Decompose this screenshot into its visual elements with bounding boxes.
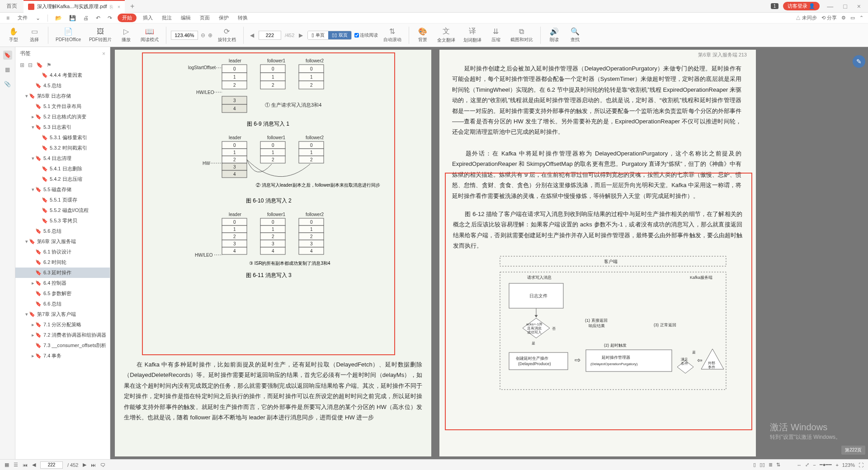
background-button[interactable]: 🎨背景 — [414, 27, 432, 43]
last-page-icon[interactable]: ⏭ — [91, 462, 96, 468]
note-icon[interactable]: 🗨 — [100, 462, 105, 468]
thumbnail-panel-icon[interactable]: ▦ — [3, 65, 12, 74]
close-window-button[interactable]: × — [854, 3, 863, 10]
bookmark-item[interactable]: 🔖5.5.2 磁盘I/O流程 — [15, 205, 110, 216]
prev-page-status-icon[interactable]: ◀ — [32, 462, 36, 468]
bookmark-item[interactable]: ▸🔖7.2 消费者协调器和组协调器 — [15, 330, 110, 340]
page-tab[interactable]: 页面 — [197, 14, 212, 21]
fit-width-icon[interactable]: ↔ — [797, 462, 802, 468]
status-page-input[interactable] — [40, 461, 63, 469]
fit-page-icon[interactable]: ⤢ — [805, 462, 809, 468]
play-button[interactable]: ▷播放 — [117, 27, 135, 43]
home-tab[interactable]: 首页 — [0, 2, 24, 10]
read-aloud-button[interactable]: 🔊朗读 — [545, 27, 563, 43]
sync-status[interactable]: △ 未同步 — [796, 14, 817, 21]
bookmark-item[interactable]: ▾🔖5.5 磁盘存储 — [15, 184, 110, 195]
login-button[interactable]: 访客登录 👤 — [783, 2, 820, 10]
file-menu[interactable]: 文件 — [15, 14, 30, 21]
start-tab[interactable]: 开始 — [118, 14, 137, 22]
attachment-panel-icon[interactable]: 📎 — [3, 80, 12, 89]
find-button[interactable]: 🔍查找 — [566, 27, 584, 43]
bookmark-item[interactable]: 🔖6.5 参数解密 — [15, 288, 110, 299]
active-tab[interactable]: 深入理解Kafka...与实践原理.pdf ⎘ × — [24, 0, 125, 13]
assistant-float-icon[interactable]: ✎ — [853, 55, 865, 68]
fulltext-translate[interactable]: 文全文翻译 — [434, 27, 458, 43]
word-translate[interactable]: 译划词翻译 — [461, 27, 484, 43]
next-page-icon[interactable]: ▶ — [297, 32, 305, 38]
save-icon[interactable]: 💾 — [67, 15, 78, 21]
bookmark-item[interactable]: 🔖5.3.2 时间戳索引 — [15, 143, 110, 153]
share-button[interactable]: ⟲ 分享 — [821, 14, 837, 21]
annotate-tab[interactable]: 批注 — [159, 14, 175, 21]
notification-badge[interactable]: 1 — [771, 3, 779, 9]
pdf-to-office[interactable]: 📄PDF转Office — [53, 27, 84, 43]
autoscroll-button[interactable]: ⇅自动滚动 — [381, 27, 404, 43]
bookmark-item[interactable]: 🔖6.2 时间轮 — [15, 257, 110, 268]
bookmark-item[interactable]: 🔖5.5.3 零拷贝 — [15, 216, 110, 226]
thumbnails-icon[interactable]: ▦ — [5, 462, 9, 468]
bookmark-item[interactable]: 🔖6.1 协议设计 — [15, 247, 110, 257]
bookmark-flag-icon[interactable]: ⚑ — [47, 62, 52, 68]
outline-icon[interactable]: ☰ — [14, 462, 18, 468]
maximize-button[interactable]: □ — [840, 3, 849, 10]
read-mode[interactable]: 📖阅读模式 — [138, 27, 161, 43]
bookmark-item[interactable]: 🔖5.4.1 日志删除 — [15, 164, 110, 174]
bookmark-item[interactable]: 🔖5.5.1 页缓存 — [15, 195, 110, 205]
edit-tab[interactable]: 编辑 — [178, 14, 193, 21]
bookmark-item[interactable]: ▸🔖5.2 日志格式的演变 — [15, 112, 110, 122]
open-icon[interactable]: 📂 — [53, 15, 64, 21]
bookmark-item[interactable]: 🔖5.6 总结 — [15, 226, 110, 236]
bookmark-item[interactable]: 🔖5.3.1 偏移量索引 — [15, 132, 110, 143]
expand-all-icon[interactable]: ⊞ — [20, 62, 24, 68]
single-page-option[interactable]: ▯ 单页 — [308, 31, 328, 39]
bookmark-item[interactable]: 🔖5.1 文件目录布局 — [15, 101, 110, 112]
close-panel-icon[interactable]: × — [102, 51, 105, 57]
fullscreen-icon[interactable]: ⛶ — [859, 462, 863, 468]
bookmark-panel-icon[interactable]: 🔖 — [3, 51, 12, 60]
screenshot-button[interactable]: ⧉截图和对比 — [508, 28, 536, 43]
bookmark-add-icon[interactable]: 🔖 — [36, 62, 43, 68]
rotate-button[interactable]: ⟳旋转文档 — [215, 27, 239, 43]
bookmark-item[interactable]: ▾🔖第7章 深入客户端 — [15, 309, 110, 320]
bookmark-item[interactable]: 🔖5.4.2 日志压缩 — [15, 174, 110, 184]
add-tab-button[interactable]: + — [125, 2, 140, 10]
bookmark-item[interactable]: ▾🔖5.3 日志索引 — [15, 122, 110, 132]
prev-page-icon[interactable]: ◀ — [248, 32, 256, 38]
page-input[interactable] — [259, 31, 281, 40]
protect-tab[interactable]: 保护 — [216, 14, 231, 21]
menu-icon[interactable]: ≡ — [5, 15, 11, 21]
next-page-status-icon[interactable]: ▶ — [83, 462, 86, 468]
zoom-out-status-icon[interactable]: − — [813, 462, 816, 468]
bookmark-item[interactable]: ▸🔖7.1 分区分配策略 — [15, 320, 110, 330]
pdf-to-image[interactable]: 🖼PDF转图片 — [86, 28, 114, 43]
collapse-ribbon-icon[interactable]: ⌃ — [859, 15, 863, 21]
zoom-in-status-icon[interactable]: + — [835, 462, 838, 468]
view-single-icon[interactable]: ▯ — [753, 462, 756, 468]
select-tool[interactable]: ▭选择 — [25, 27, 43, 43]
zoom-out-icon[interactable]: ⊖ — [201, 32, 205, 38]
bookmark-item[interactable]: ▸🔖7.4 事务 — [15, 351, 110, 361]
bookmark-item[interactable]: ▸🔖6.4 控制器 — [15, 278, 110, 288]
view-continuous-icon[interactable]: ≣ — [769, 462, 773, 468]
bookmark-item[interactable]: ▾🔖5.4 日志清理 — [15, 153, 110, 164]
compress-button[interactable]: ⇊压缩 — [487, 27, 505, 43]
convert-tab[interactable]: 转换 — [235, 14, 250, 21]
bookmark-item[interactable]: 🔖4.4.4 考量因素 — [15, 70, 110, 80]
close-icon[interactable]: × — [118, 4, 120, 9]
first-page-icon[interactable]: ⏮ — [23, 462, 28, 468]
collapse-all-icon[interactable]: ⊟ — [28, 62, 33, 68]
chevron-down-icon[interactable]: ⌄ — [34, 15, 42, 21]
continuous-read-checkbox[interactable]: 连续阅读 — [354, 32, 378, 38]
insert-tab[interactable]: 插入 — [140, 14, 156, 21]
document-view[interactable]: leader follower1 follower2 logStartOffse… — [110, 47, 868, 459]
bookmark-item[interactable]: 🔖4.5 总结 — [15, 80, 110, 91]
zoom-slider[interactable]: ━●━━ — [820, 462, 832, 468]
hand-tool[interactable]: ✋手型 — [5, 27, 23, 43]
skin-icon[interactable]: ▭ — [850, 15, 855, 21]
zoom-in-icon[interactable]: ⊕ — [208, 32, 212, 38]
print-icon[interactable]: 🖨 — [81, 15, 90, 21]
bookmark-item[interactable]: 🔖6.3 延时操作 — [15, 268, 110, 278]
minimize-button[interactable]: — — [824, 3, 836, 10]
settings-icon[interactable]: ⚙ — [841, 15, 846, 21]
zoom-input[interactable] — [171, 31, 198, 40]
